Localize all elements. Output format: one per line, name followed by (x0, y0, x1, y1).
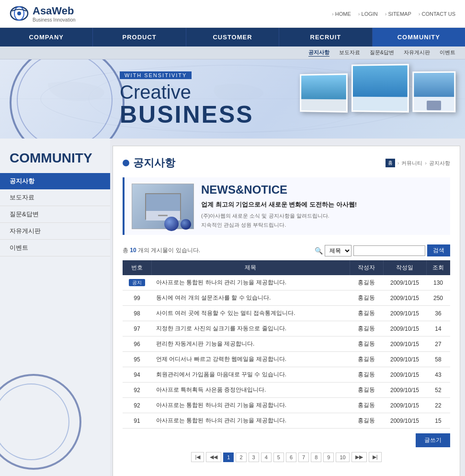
news-image (132, 184, 194, 229)
page-title: 공지사항 (133, 156, 175, 170)
sidebar-item-qna[interactable]: 질문&답변 (0, 206, 110, 223)
board-table: 번호 제목 작성자 작성일 조회 공지아사프로는 통합된 하나의 관리 기능을 … (123, 260, 450, 429)
table-body: 공지아사프로는 통합된 하나의 관리 기능을 제공합니다.홍길동2009/10/… (123, 275, 450, 429)
nav-company[interactable]: COMPANY (0, 28, 93, 46)
content-wrapper: COMMUNITY 공지사항 보도자료 질문&답변 자유게시판 이벤트 공지사항… (0, 139, 465, 476)
cell-views: 52 (426, 383, 450, 398)
breadcrumb-current: 공지사항 (429, 160, 450, 167)
cell-title[interactable]: 아사프로는 통합된 하나의 관리 기능을 제공합니다. (151, 413, 350, 429)
page-prev[interactable]: ◀◀ (206, 452, 221, 462)
cell-date: 2009/10/15 (383, 398, 426, 413)
sidebar-item-freeboard[interactable]: 자유게시판 (0, 223, 110, 240)
page-header: 공지사항 홈 › 커뮤니티 › 공지사항 (123, 156, 450, 170)
write-area: 글쓰기 (123, 433, 450, 447)
cell-author: 홍길동 (350, 352, 383, 367)
top-nav-login[interactable]: › LOGIN (358, 11, 378, 17)
nav-product[interactable]: PRODUCT (93, 28, 186, 46)
hero-creative: Creative (120, 81, 254, 103)
cell-author: 홍길동 (350, 306, 383, 321)
cell-title[interactable]: 아사프로는 통합된 하나의 관리 기능을 제공합니다. (151, 398, 350, 413)
table-row[interactable]: 97지정한 크기로 사진의 실크기를 자동으로 줄입니다.홍길동2009/10/… (123, 321, 450, 337)
table-row[interactable]: 공지아사프로는 통합된 하나의 관리 기능을 제공합니다.홍길동2009/10/… (123, 275, 450, 290)
sidebar-item-notice[interactable]: 공지사항 (0, 173, 110, 189)
table-row[interactable]: 95언제 어디서나 빠르고 강력한 웹메일을 제공합니다.홍길동2009/10/… (123, 352, 450, 367)
cell-author: 홍길동 (350, 413, 383, 429)
cell-title[interactable]: 동시에 여러 개의 설문조사를 할 수 있습니다. (151, 290, 350, 306)
page-number-8[interactable]: 8 (311, 453, 321, 462)
sidebar-item-event[interactable]: 이벤트 (0, 240, 110, 256)
cell-title[interactable]: 언제 어디서나 빠르고 강력한 웹메일을 제공합니다. (151, 352, 350, 367)
cell-date: 2009/10/15 (383, 352, 426, 367)
page-number-3[interactable]: 3 (249, 453, 259, 462)
page-number-7[interactable]: 7 (298, 453, 309, 462)
subnav-press[interactable]: 보도자료 (339, 49, 360, 57)
svg-point-2 (17, 12, 21, 15)
page-next[interactable]: ▶▶ (352, 452, 367, 462)
table-row[interactable]: 91아사프로는 통합된 하나의 관리 기능을 제공합니다.홍길동2009/10/… (123, 413, 450, 429)
cell-title[interactable]: 사이트 여러 곳에 적용할 수 있는 멀티 접속통계입니다. (151, 306, 350, 321)
cell-views: 250 (426, 290, 450, 306)
cell-author: 홍길동 (350, 383, 383, 398)
breadcrumb-sep2: › (425, 160, 427, 166)
top-nav-sitemap[interactable]: › SITEMAP (385, 11, 411, 17)
col-date: 작성일 (383, 260, 426, 275)
cell-num: 92 (123, 398, 151, 413)
write-button[interactable]: 글쓰기 (416, 433, 450, 447)
breadcrumb-community: 커뮤니티 (401, 160, 422, 167)
top-nav-home[interactable]: › HOME (332, 11, 351, 17)
cell-views: 27 (426, 337, 450, 352)
cell-title[interactable]: 편리한 자동게시판 기능을 제공합니다. (151, 337, 350, 352)
page-number-10[interactable]: 10 (336, 453, 349, 462)
search-form: 🔍 제목 검색 (315, 244, 450, 256)
breadcrumb: 홈 › 커뮤니티 › 공지사항 (386, 159, 450, 167)
cell-date: 2009/10/15 (383, 306, 426, 321)
page-number-2[interactable]: 2 (236, 453, 246, 462)
cell-author: 홍길동 (350, 367, 383, 383)
news-subtitle: 업계 최고의 기업으로서 새로운 변화에 도전하는 아사웹! (201, 200, 357, 209)
cell-title[interactable]: 아사프로 특허획득 사은품 증정안내입니다. (151, 383, 350, 398)
cell-author: 홍길동 (350, 337, 383, 352)
search-input[interactable] (353, 245, 425, 256)
subnav-event[interactable]: 이벤트 (440, 49, 455, 57)
cell-title[interactable]: 아사프로는 통합된 하나의 관리 기능을 제공합니다. (151, 275, 350, 290)
cell-author: 홍길동 (350, 290, 383, 306)
top-nav-contact[interactable]: › CONTACT US (419, 11, 455, 17)
post-count-area: 총 10 개의 게시물이 있습니다. (123, 246, 200, 255)
page-number-6[interactable]: 6 (286, 453, 296, 462)
table-row[interactable]: 96편리한 자동게시판 기능을 제공합니다.홍길동2009/10/1527 (123, 337, 450, 352)
table-row[interactable]: 92아사프로 특허획득 사은품 증정안내입니다.홍길동2009/10/1552 (123, 383, 450, 398)
sidebar: COMMUNITY 공지사항 보도자료 질문&답변 자유게시판 이벤트 (0, 139, 110, 476)
col-views: 조회 (426, 260, 450, 275)
subnav-board[interactable]: 자유게시판 (404, 49, 430, 57)
search-button[interactable]: 검색 (427, 244, 450, 256)
cell-num: 94 (123, 367, 151, 383)
subnav-qna[interactable]: 질문&답변 (370, 49, 394, 57)
table-row[interactable]: 99동시에 여러 개의 설문조사를 할 수 있습니다.홍길동2009/10/15… (123, 290, 450, 306)
page-number-9[interactable]: 9 (323, 453, 334, 462)
nav-recruit[interactable]: RECRUIT (279, 28, 372, 46)
page-last[interactable]: ▶| (369, 452, 382, 462)
top-nav: › HOME › LOGIN › SITEMAP › CONTACT US (332, 11, 455, 17)
cell-author: 홍길동 (350, 321, 383, 337)
page-number-4[interactable]: 4 (261, 453, 272, 462)
page-number-5[interactable]: 5 (273, 453, 284, 462)
table-row[interactable]: 94회원관리에서 가입폼을 마음대로 꾸밀 수 있습니다.홍길동2009/10/… (123, 367, 450, 383)
table-row[interactable]: 92아사프로는 통합된 하나의 관리 기능을 제공합니다.홍길동2009/10/… (123, 398, 450, 413)
nav-community[interactable]: COMMUNITY (373, 28, 465, 46)
breadcrumb-sep1: › (397, 160, 399, 166)
cell-title[interactable]: 지정한 크기로 사진의 실크기를 자동으로 줄입니다. (151, 321, 350, 337)
nav-customer[interactable]: CUSTOMER (186, 28, 279, 46)
cell-date: 2009/10/15 (383, 290, 426, 306)
subnav-notice[interactable]: 공지사항 (308, 49, 329, 57)
page-number-1[interactable]: 1 (223, 453, 234, 462)
cell-views: 15 (426, 413, 450, 429)
sidebar-title: COMMUNITY (0, 146, 110, 173)
page-first[interactable]: |◀ (191, 452, 204, 462)
sidebar-item-press[interactable]: 보도자료 (0, 189, 110, 206)
cell-title[interactable]: 회원관리에서 가입폼을 마음대로 꾸밀 수 있습니다. (151, 367, 350, 383)
post-count: 10 (130, 247, 136, 254)
cell-date: 2009/10/15 (383, 367, 426, 383)
table-row[interactable]: 98사이트 여러 곳에 적용할 수 있는 멀티 접속통계입니다.홍길동2009/… (123, 306, 450, 321)
cell-num: 92 (123, 383, 151, 398)
search-select[interactable]: 제목 (325, 245, 352, 256)
